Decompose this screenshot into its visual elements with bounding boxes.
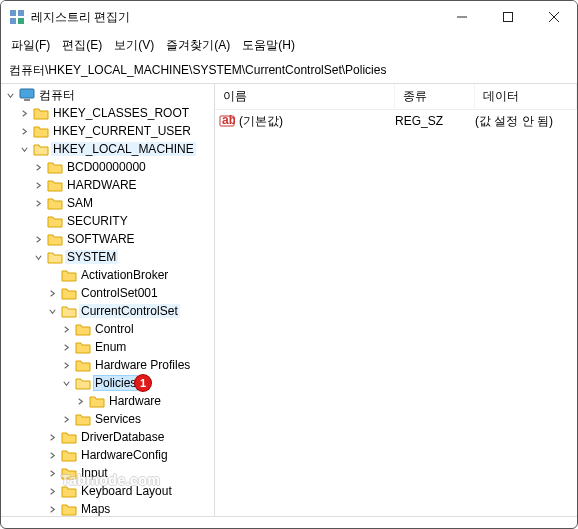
column-type[interactable]: 종류 [395,84,475,109]
folder-icon [33,123,49,139]
chevron-right-icon[interactable] [45,484,59,498]
close-button[interactable] [531,1,577,33]
chevron-right-icon[interactable] [17,106,31,120]
tree-item[interactable]: SAM [3,194,214,212]
tree-item[interactable]: ActivationBroker [3,266,214,284]
tree-label: HKEY_CURRENT_USER [51,124,193,138]
tree-label: SAM [65,196,95,210]
tree-item[interactable]: ControlSet001 [3,284,214,302]
chevron-right-icon[interactable] [31,196,45,210]
tree-item-currentcontrolset[interactable]: CurrentControlSet [3,302,214,320]
value-name: (기본값) [239,113,283,130]
chevron-down-icon[interactable] [31,250,45,264]
folder-icon [61,483,77,499]
chevron-down-icon[interactable] [59,376,73,390]
chevron-down-icon[interactable] [3,88,17,102]
tree-item[interactable]: DriverDatabase [3,428,214,446]
statusbar [1,516,577,528]
tree-item-computer[interactable]: 컴퓨터 [3,86,214,104]
tree-view[interactable]: 컴퓨터 HKEY_CLASSES_ROOT HKEY_CURRENT_USER … [1,84,215,516]
tree-item[interactable]: BCD00000000 [3,158,214,176]
value-type: REG_SZ [395,114,475,128]
chevron-right-icon[interactable] [59,412,73,426]
maximize-button[interactable] [485,1,531,33]
tree-item[interactable]: SOFTWARE [3,230,214,248]
folder-icon [33,105,49,121]
chevron-right-icon[interactable] [31,178,45,192]
svg-rect-0 [10,10,16,16]
folder-open-icon [47,249,63,265]
chevron-right-icon[interactable] [45,286,59,300]
address-bar[interactable]: 컴퓨터\HKEY_LOCAL_MACHINE\SYSTEM\CurrentCon… [1,58,577,83]
folder-icon [75,411,91,427]
chevron-right-icon[interactable] [31,232,45,246]
folder-icon [61,447,77,463]
tree-item[interactable]: Maps [3,500,214,516]
tree-item[interactable]: Control [3,320,214,338]
menu-file[interactable]: 파일(F) [7,35,54,56]
folder-icon [47,213,63,229]
tree-label: HKEY_CLASSES_ROOT [51,106,191,120]
tree-item[interactable]: Enum [3,338,214,356]
tree-item[interactable]: Input [3,464,214,482]
tree-item[interactable]: Hardware Profiles [3,356,214,374]
value-row[interactable]: ab (기본값) REG_SZ (값 설정 안 됨) [215,112,577,130]
tree-label: SYSTEM [65,250,118,264]
value-data: (값 설정 안 됨) [475,113,577,130]
svg-rect-3 [18,18,24,24]
chevron-right-icon[interactable] [17,124,31,138]
folder-open-icon [75,375,91,391]
tree-label: Hardware Profiles [93,358,192,372]
chevron-right-icon[interactable] [45,466,59,480]
column-data[interactable]: 데이터 [475,84,577,109]
chevron-right-icon[interactable] [31,160,45,174]
chevron-right-icon[interactable] [45,430,59,444]
chevron-right-icon[interactable] [59,340,73,354]
tree-item[interactable]: HARDWARE [3,176,214,194]
tree-label: CurrentControlSet [79,304,180,318]
chevron-down-icon[interactable] [17,142,31,156]
tree-item-hkcu[interactable]: HKEY_CURRENT_USER [3,122,214,140]
svg-rect-8 [20,89,34,98]
tree-label: Keyboard Layout [79,484,174,498]
window-title: 레지스트리 편집기 [31,9,130,26]
svg-rect-2 [10,18,16,24]
tree-item[interactable]: Services [3,410,214,428]
folder-icon [47,177,63,193]
svg-rect-9 [24,99,30,101]
tree-label: SOFTWARE [65,232,137,246]
tree-item[interactable]: HardwareConfig [3,446,214,464]
tree-label: HKEY_LOCAL_MACHINE [51,142,196,156]
tree-item-policies[interactable]: Policies 1 [3,374,214,392]
tree-label: BCD00000000 [65,160,148,174]
tree-item-hklm[interactable]: HKEY_LOCAL_MACHINE [3,140,214,158]
tree-item[interactable]: Keyboard Layout [3,482,214,500]
chevron-right-icon[interactable] [59,358,73,372]
folder-icon [47,231,63,247]
column-headers: 이름 종류 데이터 [215,84,577,110]
menu-view[interactable]: 보기(V) [110,35,158,56]
tree-item[interactable]: Hardware [3,392,214,410]
tree-label: DriverDatabase [79,430,166,444]
tree-label: Input [79,466,110,480]
content-area: 컴퓨터 HKEY_CLASSES_ROOT HKEY_CURRENT_USER … [1,83,577,516]
tree-item-system[interactable]: SYSTEM [3,248,214,266]
folder-icon [47,195,63,211]
tree-label: Hardware [107,394,163,408]
chevron-right-icon[interactable] [45,502,59,516]
tree-label: Services [93,412,143,426]
minimize-button[interactable] [439,1,485,33]
chevron-right-icon[interactable] [73,394,87,408]
tree-item[interactable]: SECURITY [3,212,214,230]
chevron-right-icon[interactable] [59,322,73,336]
chevron-down-icon[interactable] [45,304,59,318]
svg-text:ab: ab [222,113,235,127]
tree-item-hkcr[interactable]: HKEY_CLASSES_ROOT [3,104,214,122]
registry-editor-window: 레지스트리 편집기 파일(F) 편집(E) 보기(V) 즐겨찾기(A) 도움말(… [0,0,578,529]
menu-edit[interactable]: 편집(E) [58,35,106,56]
menu-help[interactable]: 도움말(H) [238,35,299,56]
column-name[interactable]: 이름 [215,84,395,109]
menu-favorites[interactable]: 즐겨찾기(A) [162,35,234,56]
chevron-right-icon[interactable] [45,448,59,462]
tree-label: HardwareConfig [79,448,170,462]
